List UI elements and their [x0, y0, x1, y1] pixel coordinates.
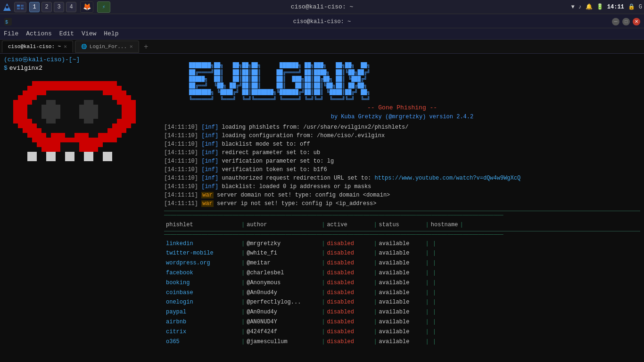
desktop-4-btn[interactable]: 4 — [66, 2, 76, 12]
menu-actions[interactable]: Actions — [26, 30, 52, 37]
table-row: twitter-mobile | @white_fi | disabled | … — [164, 248, 640, 258]
cell-status: available — [379, 240, 424, 248]
menu-view[interactable]: View — [82, 30, 96, 37]
table-row: wordpress.org | @meitar | disabled | ava… — [164, 258, 640, 268]
tab-terminal-1[interactable]: ciso@kali-ciso: ~ ✕ — [2, 41, 73, 53]
desktop-1-btn[interactable]: 1 — [29, 2, 40, 12]
menu-file[interactable]: File — [4, 30, 18, 37]
cell-status: available — [379, 318, 424, 326]
tab-browser[interactable]: 🌐 Login_For... ✕ — [75, 41, 139, 53]
desktop-2-btn[interactable]: 2 — [41, 2, 52, 12]
table-row: onelogin | @perfectlylog... | disabled |… — [164, 297, 640, 307]
log-line: [14:11:10] [inf] loading configuration f… — [164, 132, 640, 140]
col-header-author: author — [247, 221, 320, 229]
table-row: booking | @Anonymous | disabled | availa… — [164, 278, 640, 288]
cell-active: disabled — [327, 318, 372, 326]
table-row: linkedin | @mrgretzky | disabled | avail… — [164, 239, 640, 249]
cell-author: @charlesbel — [247, 269, 320, 277]
tab-browser-icon: 🌐 — [81, 44, 87, 49]
term-right-panel: ███████╗██╗ ██╗██╗██╗ ██████╗ ██╗███╗ ██… — [160, 54, 644, 362]
prompt-line: (ciso ㉿ kali-ciso )-[~] — [4, 56, 157, 64]
cell-phishlet: onelogin — [164, 298, 239, 306]
col-header-active: active — [327, 221, 372, 229]
cell-active: disabled — [327, 308, 372, 316]
window-controls: ─ □ ✕ — [612, 18, 640, 25]
cell-status: available — [379, 259, 424, 267]
cell-phishlet: facebook — [164, 269, 239, 277]
cell-status: available — [379, 249, 424, 257]
log-line: [14:11:10] [inf] redirect parameter set … — [164, 148, 640, 157]
log-line: [14:11:10] [inf] blacklist mode set to: … — [164, 140, 640, 148]
desktop-3-btn[interactable]: 3 — [54, 2, 64, 12]
tab-1-label: ciso@kali-ciso: ~ — [8, 44, 61, 49]
cell-status: available — [379, 298, 424, 306]
cell-phishlet: coinbase — [164, 289, 239, 297]
clock: 14:11 — [607, 4, 624, 10]
taskbar-left: 1 2 3 4 🦊 ⚡ — [2, 1, 110, 13]
table-top-divider: ────────────────────────────────────────… — [164, 212, 640, 219]
col-header-status: status — [379, 221, 424, 229]
cell-phishlet: airbnb — [164, 318, 239, 326]
cell-author: @meitar — [247, 259, 320, 267]
g-icon[interactable]: G — [639, 4, 642, 10]
menu-edit[interactable]: Edit — [59, 30, 74, 37]
table-header: phishlet | author | active | status | ho… — [164, 219, 640, 231]
svg-text:$: $ — [5, 20, 8, 25]
log-line: [14:11:10] [inf] blacklist: loaded 0 ip … — [164, 182, 640, 191]
col-header-hostname: hostname — [431, 221, 458, 229]
cell-phishlet: linkedin — [164, 240, 239, 248]
cell-active: disabled — [327, 328, 372, 336]
firefox-taskbar-icon[interactable]: 🦊 — [80, 1, 93, 13]
network-icon[interactable]: ▼ — [571, 4, 574, 10]
maximize-button[interactable]: □ — [622, 18, 630, 25]
menu-help[interactable]: Help — [104, 30, 118, 37]
table-rows: linkedin | @mrgretzky | disabled | avail… — [164, 239, 640, 347]
version-line: by Kuba Gretzky (@mrgretzky) version 2.4… — [164, 113, 640, 121]
term-title: ciso@kali-ciso: ~ — [293, 18, 351, 25]
term-app-icon: $ — [4, 17, 12, 26]
cell-active: disabled — [327, 249, 372, 257]
add-tab-button[interactable]: + — [141, 41, 151, 52]
cell-author: @perfectlylog... — [247, 298, 320, 306]
table-row: o365 | @jamescullum | disabled | availab… — [164, 337, 640, 347]
term-titlebar: ciso@kali-ciso: ~ $ ─ □ ✕ — [0, 15, 644, 28]
cell-status: available — [379, 279, 424, 287]
audio-icon[interactable]: ♪ — [578, 4, 582, 10]
cell-status: available — [379, 338, 424, 346]
minimize-button[interactable]: ─ — [612, 18, 619, 25]
cell-author: @Anonymous — [247, 279, 320, 287]
cell-phishlet: wordpress.org — [164, 259, 239, 267]
table-row: citrix | @424f424f | disabled | availabl… — [164, 327, 640, 337]
log-line: [14:11:10] [inf] unauthorized request re… — [164, 174, 640, 182]
svg-rect-5 — [21, 8, 24, 9]
cell-phishlet: twitter-mobile — [164, 249, 239, 257]
col-header-phishlet: phishlet — [164, 221, 239, 229]
table-row: coinbase | @An0nud4y | disabled | availa… — [164, 288, 640, 298]
tab-2-close[interactable]: ✕ — [130, 43, 133, 49]
term-content: (ciso ㉿ kali-ciso )-[~] $ evilginx2 ████… — [0, 54, 644, 362]
log-line-warning-1: [14:11:11] war server domain not set! ty… — [164, 191, 640, 199]
prompt-host: kali-ciso — [28, 56, 61, 64]
terminal-window: ciso@kali-ciso: ~ $ ─ □ ✕ File Actions E… — [0, 15, 644, 362]
log-line: [14:11:10] [inf] loading phishlets from:… — [164, 123, 640, 132]
tab-1-close[interactable]: ✕ — [64, 43, 67, 49]
ascii-art: ███████╗██╗ ██╗██╗██╗ ██████╗ ██╗███╗ ██… — [164, 56, 640, 103]
term-menu: File Actions Edit View Help — [0, 28, 644, 40]
cell-phishlet: booking — [164, 279, 239, 287]
notification-icon[interactable]: 🔔 — [586, 3, 593, 10]
log-area: [14:11:10] [inf] loading phishlets from:… — [164, 123, 640, 208]
lock-icon[interactable]: 🔒 — [628, 3, 635, 10]
cell-active: disabled — [327, 240, 372, 248]
table-row: airbnb | @AN0NUD4Y | disabled | availabl… — [164, 317, 640, 327]
kali-menu-icon[interactable] — [2, 2, 12, 12]
desktop-switcher[interactable] — [14, 2, 26, 12]
battery-icon[interactable]: 🔋 — [596, 3, 603, 10]
cell-status: available — [379, 269, 424, 277]
close-button[interactable]: ✕ — [633, 18, 640, 25]
log-line: [14:11:10] [inf] verification parameter … — [164, 157, 640, 165]
cell-active: disabled — [327, 279, 372, 287]
terminal-taskbar-icon[interactable]: ⚡ — [97, 1, 110, 13]
cell-author: @An0nud4y — [247, 289, 320, 297]
cell-author: @An0nud4y — [247, 308, 320, 316]
cell-phishlet: citrix — [164, 328, 239, 336]
